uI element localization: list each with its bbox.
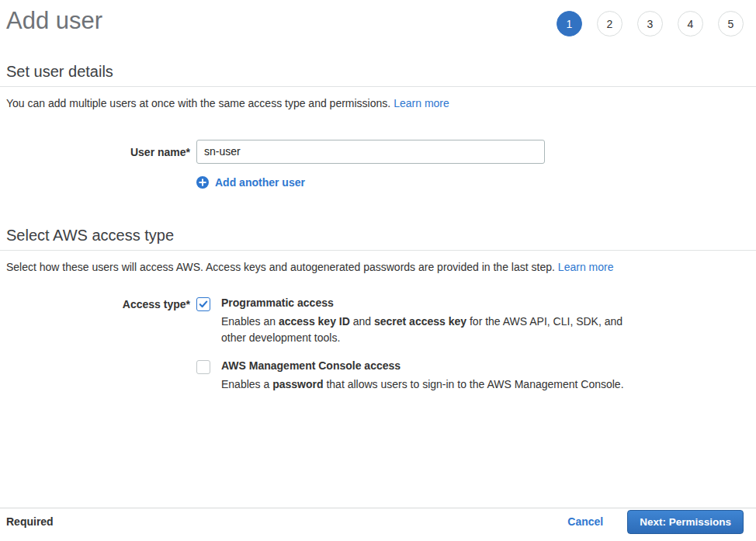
learn-more-link-access-type[interactable]: Learn more — [558, 261, 614, 273]
learn-more-link-user-details[interactable]: Learn more — [394, 97, 449, 109]
console-access-checkbox[interactable] — [196, 360, 210, 374]
add-another-user-button[interactable]: Add another user — [196, 176, 756, 189]
add-another-row: Add another user — [0, 176, 756, 189]
option-programmatic-access: Programmatic access Enables an access ke… — [196, 297, 756, 346]
console-access-description: Enables a password that allows users to … — [221, 376, 624, 393]
wizard-step-indicator: 1 2 3 4 5 — [557, 9, 744, 36]
username-label: User name* — [0, 140, 190, 164]
add-another-user-label: Add another user — [215, 176, 305, 189]
step-indicator-1: 1 — [557, 11, 582, 36]
access-type-intro-text: Select how these users will access AWS. … — [6, 261, 555, 273]
page-title: Add user — [6, 9, 102, 34]
option-content: Programmatic access Enables an access ke… — [221, 297, 626, 346]
programmatic-access-checkbox[interactable] — [196, 297, 210, 311]
step-indicator-5: 5 — [718, 11, 744, 36]
step-indicator-3: 3 — [637, 11, 663, 36]
option-content: AWS Management Console access Enables a … — [221, 359, 624, 393]
next-permissions-button[interactable]: Next: Permissions — [627, 510, 744, 534]
wizard-footer: Required Cancel Next: Permissions — [0, 508, 756, 541]
username-input[interactable] — [196, 140, 545, 164]
step-indicator-4: 4 — [678, 11, 703, 36]
add-user-page: Add user 1 2 3 4 5 Set user details You … — [0, 0, 756, 541]
page-header: Add user 1 2 3 4 5 — [0, 0, 756, 36]
cancel-button[interactable]: Cancel — [567, 515, 603, 528]
checkmark-icon — [199, 300, 208, 309]
user-details-intro: You can add multiple users at once with … — [6, 96, 756, 111]
console-access-title: AWS Management Console access — [221, 359, 624, 372]
step-indicator-2: 2 — [597, 11, 622, 36]
username-row: User name* — [0, 140, 756, 164]
programmatic-access-description: Enables an access key ID and secret acce… — [221, 314, 626, 346]
section-heading-access-type: Select AWS access type — [0, 227, 756, 251]
access-type-intro: Select how these users will access AWS. … — [6, 260, 756, 275]
access-type-label: Access type* — [0, 297, 190, 393]
option-console-access: AWS Management Console access Enables a … — [196, 359, 756, 393]
access-type-row: Access type* Programmatic access Enables… — [0, 297, 756, 393]
username-field-wrap — [196, 140, 756, 164]
access-type-options: Programmatic access Enables an access ke… — [196, 297, 756, 393]
required-label: Required — [6, 515, 54, 528]
user-details-intro-text: You can add multiple users at once with … — [6, 97, 390, 109]
plus-circle-icon — [196, 176, 209, 189]
section-heading-user-details: Set user details — [0, 63, 756, 87]
programmatic-access-title: Programmatic access — [221, 297, 626, 309]
